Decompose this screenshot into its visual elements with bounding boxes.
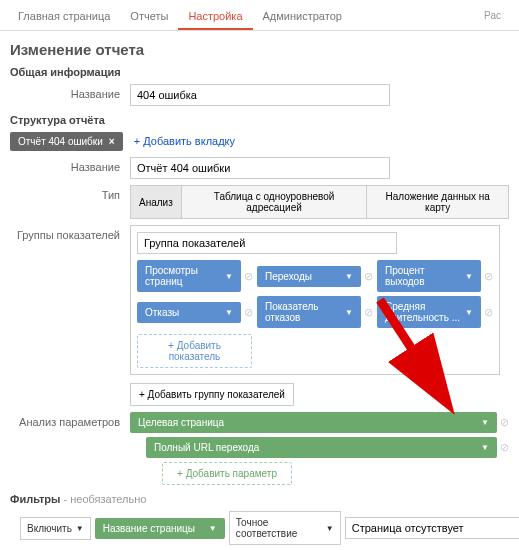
- remove-icon[interactable]: ⊘: [244, 270, 253, 283]
- section-filters: Фильтры - необязательно: [10, 493, 509, 505]
- chevron-down-icon: ▼: [465, 272, 473, 281]
- nav-settings[interactable]: Настройка: [178, 4, 252, 30]
- page-title: Изменение отчета: [10, 41, 509, 58]
- filter-field-chip: Название страницы▼: [95, 518, 225, 539]
- remove-icon[interactable]: ⊘: [500, 416, 509, 429]
- chevron-down-icon: ▼: [465, 308, 473, 317]
- nav-admin[interactable]: Администратор: [253, 4, 352, 30]
- nav-home[interactable]: Главная страница: [8, 4, 120, 30]
- chevron-down-icon: ▼: [481, 443, 489, 452]
- tab-name-input[interactable]: [130, 157, 390, 179]
- nav-right: Рас: [474, 4, 511, 30]
- filter-value-input[interactable]: [345, 517, 519, 539]
- remove-icon[interactable]: ⊘: [364, 270, 373, 283]
- metric-chip: Просмотры страниц▼⊘: [137, 260, 253, 292]
- close-icon[interactable]: ×: [109, 136, 115, 147]
- filter-match-select[interactable]: Точное соответствие▼: [229, 511, 341, 545]
- report-tab-label: Отчёт 404 ошибки: [18, 136, 103, 147]
- metric-group-title-input[interactable]: [137, 232, 397, 254]
- type-button-group: Анализ Таблица с одноуровневой адресацие…: [130, 185, 509, 219]
- filter-include-select[interactable]: Включить▼: [20, 517, 91, 540]
- report-name-input[interactable]: [130, 84, 390, 106]
- chevron-down-icon: ▼: [76, 524, 84, 533]
- chevron-down-icon: ▼: [345, 308, 353, 317]
- remove-icon[interactable]: ⊘: [484, 306, 493, 319]
- metric-chip: Средняя длительность ...▼⊘: [377, 296, 493, 328]
- metric-chip: Процент выходов▼⊘: [377, 260, 493, 292]
- remove-icon[interactable]: ⊘: [500, 441, 509, 454]
- section-structure: Структура отчёта: [10, 114, 509, 126]
- metric-group-box: Просмотры страниц▼⊘ Переходы▼⊘ Процент в…: [130, 225, 500, 375]
- add-tab-link[interactable]: + Добавить вкладку: [134, 135, 235, 147]
- add-metric-button[interactable]: + Добавить показатель: [137, 334, 252, 368]
- nav-reports[interactable]: Отчеты: [120, 4, 178, 30]
- section-general: Общая информация: [10, 66, 509, 78]
- chevron-down-icon: ▼: [326, 524, 334, 533]
- chevron-down-icon: ▼: [225, 272, 233, 281]
- dimension-chip: Целевая страница▼⊘: [130, 412, 509, 433]
- chevron-down-icon: ▼: [209, 524, 217, 533]
- metric-chip: Переходы▼⊘: [257, 260, 373, 292]
- label-tab-name: Название: [10, 157, 130, 173]
- label-metric-groups: Группы показателей: [10, 225, 130, 241]
- report-tab[interactable]: Отчёт 404 ошибки ×: [10, 132, 123, 151]
- type-analysis[interactable]: Анализ: [130, 185, 182, 219]
- label-dim-analysis: Анализ параметров: [10, 412, 130, 428]
- remove-icon[interactable]: ⊘: [484, 270, 493, 283]
- chevron-down-icon: ▼: [345, 272, 353, 281]
- type-map-overlay[interactable]: Наложение данных на карту: [366, 185, 509, 219]
- add-dimension-button[interactable]: + Добавить параметр: [162, 462, 292, 485]
- label-name: Название: [10, 84, 130, 100]
- chevron-down-icon: ▼: [481, 418, 489, 427]
- add-metric-group-button[interactable]: + Добавить группу показателей: [130, 383, 294, 406]
- top-nav: Главная страница Отчеты Настройка Админи…: [0, 0, 519, 31]
- metric-chip: Отказы▼⊘: [137, 296, 253, 328]
- remove-icon[interactable]: ⊘: [244, 306, 253, 319]
- metric-chip: Показатель отказов▼⊘: [257, 296, 373, 328]
- label-type: Тип: [10, 185, 130, 201]
- type-flat-table[interactable]: Таблица с одноуровневой адресацией: [181, 185, 368, 219]
- dimension-chip: Полный URL перехода▼⊘: [146, 437, 509, 458]
- chevron-down-icon: ▼: [225, 308, 233, 317]
- remove-icon[interactable]: ⊘: [364, 306, 373, 319]
